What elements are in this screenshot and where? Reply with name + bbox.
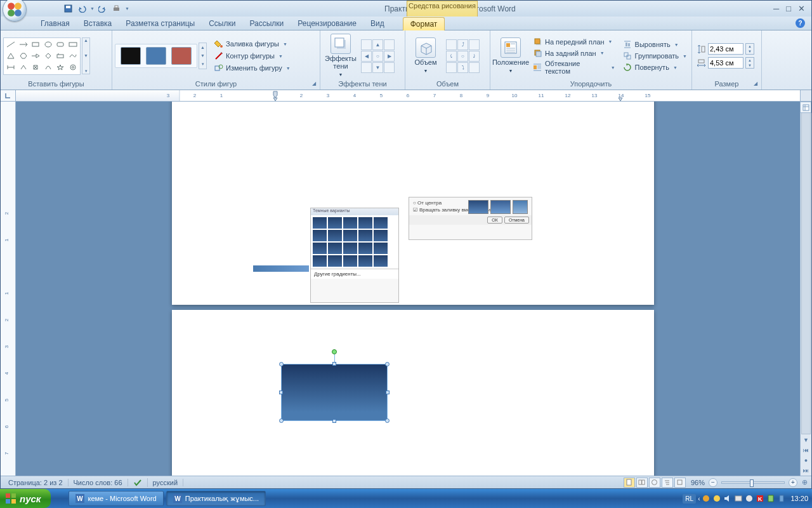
width-input[interactable] [708, 57, 743, 69]
selected-shape[interactable] [281, 364, 388, 421]
view-buttons[interactable] [624, 478, 686, 488]
zoom-out-button[interactable]: − [709, 478, 717, 487]
view-print-layout[interactable] [624, 478, 635, 488]
size-dialog-launcher[interactable]: ◢ [754, 81, 757, 86]
view-full-reading[interactable] [636, 478, 648, 488]
position-button[interactable]: Положение▼ [493, 37, 528, 75]
height-spinner[interactable]: ▲▼ [745, 43, 754, 55]
svg-rect-12 [57, 55, 63, 58]
qat-customize-dropdown[interactable]: ▼ [125, 6, 129, 11]
svg-text:7: 7 [433, 93, 436, 98]
tray-icon-7[interactable] [766, 494, 775, 503]
tab-insert[interactable]: Вставка [77, 17, 119, 30]
prev-page-button[interactable]: ⏮ [801, 445, 811, 455]
tray-icon-5[interactable] [745, 494, 754, 503]
volume-icon[interactable] [723, 494, 732, 503]
status-wordcount[interactable]: Число слов: 66 [69, 479, 128, 486]
tab-format[interactable]: Формат [403, 17, 445, 30]
bring-front-button[interactable]: На передний план▼ [531, 36, 617, 47]
3d-tilt-grid[interactable]: ⤴ ⤹○⤸ ⤵ [446, 39, 480, 73]
vertical-scrollbar[interactable]: ▲ ▼ ⏮ ● ⏭ [800, 102, 811, 476]
change-shape-button[interactable]: Изменить фигуру▼ [212, 63, 292, 74]
resize-handle-se[interactable] [385, 418, 390, 423]
resize-handle-nw[interactable] [279, 362, 284, 366]
zoom-dialog-button[interactable]: ⊕ [800, 478, 809, 486]
resize-handle-ne[interactable] [385, 362, 390, 366]
zoom-slider[interactable] [721, 481, 785, 484]
rotate-handle[interactable] [332, 349, 337, 354]
resize-handle-sw[interactable] [279, 418, 284, 423]
status-page[interactable]: Страница: 2 из 2 [3, 479, 69, 486]
tray-icon-2[interactable] [712, 494, 721, 503]
tray-icon-1[interactable] [702, 494, 710, 503]
tab-home[interactable]: Главная [34, 17, 77, 30]
resize-handle-e[interactable] [386, 391, 390, 394]
tab-references[interactable]: Ссылки [202, 17, 242, 30]
tray-icon-8[interactable] [777, 494, 786, 503]
next-page-button[interactable]: ⏭ [801, 465, 811, 476]
language-indicator[interactable]: RL [683, 494, 696, 504]
style-gallery[interactable] [115, 44, 197, 68]
style-gallery-more[interactable]: ▲▼▾ [199, 43, 207, 69]
tab-view[interactable]: Вид [363, 17, 391, 30]
system-tray[interactable]: RL ‹ K 13:20 [683, 494, 812, 504]
group-button[interactable]: Группировать▼ [621, 51, 689, 62]
svg-point-1 [15, 3, 22, 10]
taskbar-app-1[interactable]: Wкеме - Microsoft Word [69, 491, 163, 506]
titlebar: ▼ ▼ Практикалық жұмыс - Microsoft Word С… [1, 1, 811, 17]
view-outline[interactable] [662, 478, 673, 488]
redo-button[interactable] [97, 3, 108, 15]
shapes-gallery-scroll[interactable]: ▲▼▾ [82, 37, 90, 74]
rotate-button[interactable]: Повернуть▼ [621, 62, 689, 73]
height-input[interactable] [708, 43, 743, 55]
3d-effects-button[interactable]: Объем▼ [408, 37, 443, 75]
view-web[interactable] [649, 478, 660, 488]
shape-fill-button[interactable]: Заливка фигуры▼ [212, 39, 292, 50]
page-1: Темные варианты Другие градиенты... ○ От… [172, 102, 654, 305]
tab-page-layout[interactable]: Разметка страницы [119, 17, 202, 30]
group-insert-shapes: Вставить фигуры [3, 80, 109, 90]
resize-handle-w[interactable] [279, 391, 283, 394]
tray-expand[interactable]: ‹ [698, 495, 700, 502]
close-button[interactable]: ✕ [796, 4, 808, 13]
tab-review[interactable]: Рецензирование [291, 17, 363, 30]
tab-selector[interactable] [1, 90, 16, 101]
horizontal-ruler[interactable]: 321 123 456 789 101112 131415 [16, 90, 800, 101]
document-canvas[interactable]: Темные варианты Другие градиенты... ○ От… [16, 102, 800, 476]
status-proofing[interactable] [128, 478, 148, 487]
minimize-button[interactable]: ─ [771, 4, 782, 13]
align-button[interactable]: Выровнять▼ [621, 39, 689, 50]
undo-button[interactable] [76, 3, 88, 15]
shapes-gallery[interactable] [3, 37, 81, 75]
shape-styles-dialog-launcher[interactable]: ◢ [312, 81, 316, 86]
resize-handle-n[interactable] [332, 362, 336, 366]
shadow-effects-button[interactable]: Эффекты тени▼ [323, 33, 358, 79]
undo-dropdown[interactable]: ▼ [90, 6, 95, 11]
vertical-ruler[interactable]: 2 1 1 2 3 4 5 6 7 [1, 102, 16, 476]
start-button[interactable]: пуск [0, 489, 51, 508]
send-back-button[interactable]: На задний план▼ [531, 48, 617, 58]
help-icon[interactable]: ? [796, 18, 805, 28]
shape-outline-button[interactable]: Контур фигуры▼ [212, 51, 292, 62]
quick-launch[interactable] [51, 491, 66, 505]
width-spinner[interactable]: ▲▼ [745, 57, 754, 69]
browse-object-button[interactable]: ● [801, 455, 811, 465]
tab-mailings[interactable]: Рассылки [242, 17, 291, 30]
zoom-level[interactable]: 96% [691, 479, 705, 486]
ruler-toggle[interactable] [800, 102, 811, 113]
svg-text:1: 1 [4, 238, 10, 241]
svg-rect-32 [698, 60, 704, 63]
restore-button[interactable]: □ [783, 4, 794, 13]
status-language[interactable]: русский [148, 479, 183, 486]
zoom-in-button[interactable]: + [789, 478, 797, 487]
save-button[interactable] [62, 3, 74, 15]
view-draft[interactable] [674, 478, 686, 488]
tray-icon-kaspersky[interactable]: K [756, 494, 764, 503]
resize-handle-s[interactable] [332, 419, 336, 423]
text-wrap-button[interactable]: Обтекание текстом▼ [531, 59, 617, 76]
tray-icon-4[interactable] [734, 494, 743, 503]
taskbar-app-2[interactable]: WПрактикалық жұмыс... [166, 491, 266, 506]
quickprint-button[interactable] [111, 3, 122, 15]
clock[interactable]: 13:20 [790, 495, 808, 502]
shadow-nudge-grid[interactable]: ▲ ◀○▶ ▼ [361, 39, 395, 73]
